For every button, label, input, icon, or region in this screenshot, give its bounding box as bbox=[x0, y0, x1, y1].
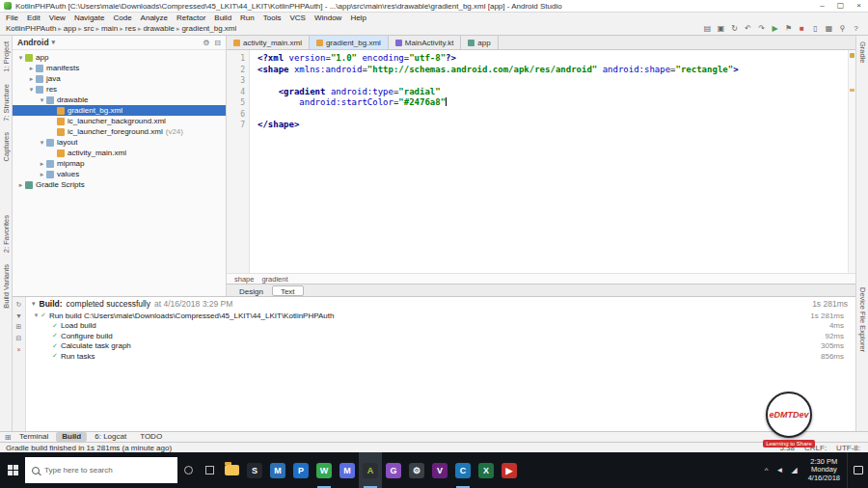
xml-breadcrumb-shape[interactable]: shape bbox=[234, 275, 254, 284]
tree-item-mipmap[interactable]: ▸mipmap bbox=[13, 158, 226, 169]
collapse-all-icon[interactable]: ⊟ bbox=[16, 335, 22, 342]
editor-tab-mainactivity-kt[interactable]: MainActivity.kt bbox=[389, 36, 462, 49]
stop-icon[interactable]: ■ bbox=[796, 24, 808, 33]
sdk-manager-icon[interactable]: ▦ bbox=[823, 24, 835, 33]
gallery-icon[interactable]: G bbox=[382, 452, 405, 488]
menu-item-edit[interactable]: Edit bbox=[27, 14, 41, 22]
close-button[interactable]: × bbox=[850, 0, 868, 12]
taskbar-search-input[interactable]: Type here to search bbox=[25, 457, 177, 483]
chevron-right-icon[interactable]: ▸ bbox=[16, 181, 25, 189]
expand-all-icon[interactable]: ⊞ bbox=[16, 323, 22, 331]
xml-breadcrumb-gradient[interactable]: gradient bbox=[261, 275, 287, 284]
build-row-configure-build[interactable]: ✓Configure build92ms bbox=[26, 331, 855, 341]
menu-item-refactor[interactable]: Refactor bbox=[176, 14, 205, 22]
menu-item-view[interactable]: View bbox=[49, 14, 66, 22]
close-icon[interactable]: × bbox=[16, 346, 20, 353]
tool-window-button-2-favorites[interactable]: 2: Favorites bbox=[2, 215, 11, 253]
editor-scrollbar[interactable] bbox=[848, 50, 855, 273]
chevron-down-icon[interactable]: ▾ bbox=[32, 300, 36, 308]
tree-item-layout[interactable]: ▾layout bbox=[13, 137, 226, 148]
tool-window-button-1-project[interactable]: 1: Project bbox=[2, 41, 11, 72]
chevron-down-icon[interactable]: ▾ bbox=[38, 139, 46, 147]
chevron-right-icon[interactable]: ▸ bbox=[27, 75, 36, 83]
chevron-down-icon[interactable]: ▾ bbox=[27, 86, 36, 94]
build-row-run-build-c-users-male-downloa[interactable]: ▾✓Run build C:\Users\male\Downloads\Comp… bbox=[26, 311, 855, 321]
undo-icon[interactable]: ↶ bbox=[742, 24, 754, 33]
chevron-right-icon[interactable]: ▸ bbox=[38, 160, 46, 168]
breadcrumb-item-main[interactable]: main bbox=[101, 24, 118, 33]
breadcrumb-item-app[interactable]: app bbox=[64, 24, 76, 33]
tool-window-button-7-structure[interactable]: 7: Structure bbox=[2, 84, 11, 122]
tool-window-button-device-file-explorer[interactable]: Device File Explorer bbox=[858, 287, 867, 352]
avd-manager-icon[interactable]: ▯ bbox=[809, 24, 822, 33]
menu-item-window[interactable]: Window bbox=[314, 14, 341, 22]
tool-window-tab-terminal[interactable]: Terminal bbox=[14, 432, 54, 442]
save-all-icon[interactable]: ▣ bbox=[715, 24, 727, 33]
microsoft-store-icon[interactable]: S bbox=[243, 452, 266, 488]
chevron-right-icon[interactable]: ▸ bbox=[27, 65, 36, 72]
status-message[interactable]: Gradle build finished in 1s 281ms (a min… bbox=[6, 444, 172, 452]
start-button[interactable] bbox=[0, 452, 25, 488]
breadcrumb-item-gradient-bg-xml[interactable]: gradient_bg.xml bbox=[181, 24, 236, 33]
code-editor-icon[interactable]: C bbox=[451, 452, 475, 488]
action-center-icon[interactable] bbox=[847, 452, 868, 488]
breadcrumb-item-drawable[interactable]: drawable bbox=[143, 24, 174, 33]
hidden-icons-chevron[interactable]: ^ bbox=[761, 466, 773, 474]
build-row-load-build[interactable]: ✓Load build4ms bbox=[26, 321, 855, 332]
photos-icon[interactable]: P bbox=[289, 452, 312, 488]
search-icon[interactable]: ⚲ bbox=[836, 24, 849, 33]
filter-icon[interactable]: ▼ bbox=[15, 312, 22, 319]
taskbar-clock[interactable]: 2:30 PM Monday 4/16/2018 bbox=[801, 458, 847, 483]
build-row-calculate-task-graph[interactable]: ✓Calculate task graph305ms bbox=[26, 341, 855, 352]
breadcrumb-item-src[interactable]: src bbox=[84, 24, 95, 33]
menu-item-run[interactable]: Run bbox=[240, 14, 255, 22]
mode-tab-text[interactable]: Text bbox=[272, 285, 304, 296]
cortana-icon[interactable] bbox=[177, 452, 199, 488]
chevron-right-icon[interactable]: ▸ bbox=[38, 171, 46, 178]
tree-item-drawable[interactable]: ▾drawable bbox=[13, 95, 226, 105]
messenger-icon[interactable]: M bbox=[336, 452, 359, 488]
excel-icon[interactable]: X bbox=[475, 452, 498, 488]
menu-item-navigate[interactable]: Navigate bbox=[74, 14, 105, 22]
tree-item-ic-launcher-background-xml[interactable]: ic_launcher_background.xml bbox=[13, 116, 226, 126]
breadcrumb-item-res[interactable]: res bbox=[125, 24, 136, 33]
tree-item-java[interactable]: ▸java bbox=[13, 73, 226, 84]
redo-icon[interactable]: ↷ bbox=[755, 24, 768, 33]
tree-item-ic-launcher-foreground-xml[interactable]: ic_launcher_foreground.xml(v24) bbox=[13, 126, 226, 137]
tool-window-button-captures[interactable]: Captures bbox=[2, 132, 11, 161]
whatsapp-icon[interactable]: W bbox=[312, 452, 336, 488]
chevron-down-icon[interactable]: ▾ bbox=[16, 54, 25, 62]
chevron-down-icon[interactable]: ▾ bbox=[38, 96, 46, 104]
volume-icon[interactable]: ◄ bbox=[773, 466, 788, 474]
tool-window-tab-6-logcat[interactable]: 6: Logcat bbox=[89, 432, 132, 442]
tree-item-res[interactable]: ▾res bbox=[13, 84, 226, 95]
tree-item-manifests[interactable]: ▸manifests bbox=[13, 63, 226, 73]
tree-item-app[interactable]: ▾app bbox=[13, 52, 226, 63]
editor-tab-gradient-bg-xml[interactable]: gradient_bg.xml bbox=[310, 36, 389, 49]
tool-window-button-gradle[interactable]: Gradle bbox=[858, 41, 867, 64]
editor-tab-app[interactable]: app bbox=[461, 36, 498, 49]
menu-item-analyze[interactable]: Analyze bbox=[141, 14, 168, 22]
mail-icon[interactable]: M bbox=[266, 452, 289, 488]
tool-window-button-build-variants[interactable]: Build Variants bbox=[2, 264, 11, 309]
menu-item-file[interactable]: File bbox=[6, 14, 18, 22]
status-item-utf-8[interactable]: UTF-8: bbox=[836, 444, 860, 452]
tree-item-activity-main-xml[interactable]: activity_main.xml bbox=[13, 148, 226, 158]
minimize-button[interactable]: – bbox=[813, 0, 831, 12]
sync-icon[interactable]: ↻ bbox=[728, 24, 741, 33]
menu-item-vcs[interactable]: VCS bbox=[289, 14, 305, 22]
tool-window-tab-todo[interactable]: TODO bbox=[134, 432, 168, 442]
code-editor[interactable]: 1234567 <?xml version="1.0" encoding="ut… bbox=[227, 50, 855, 273]
chevron-down-icon[interactable]: ▾ bbox=[32, 312, 41, 319]
collapse-all-icon[interactable]: ⊟ bbox=[214, 39, 221, 47]
help-icon[interactable]: ? bbox=[850, 24, 862, 33]
tree-item-values[interactable]: ▸values bbox=[13, 169, 226, 179]
menu-item-code[interactable]: Code bbox=[113, 14, 131, 22]
open-file-icon[interactable]: ▤ bbox=[701, 24, 714, 33]
code-area[interactable]: <?xml version="1.0" encoding="utf-8"?><s… bbox=[250, 50, 855, 273]
settings-icon[interactable]: ⚙ bbox=[203, 39, 209, 47]
run-icon[interactable]: ▶ bbox=[769, 24, 781, 33]
build-row-run-tasks[interactable]: ✓Run tasks856ms bbox=[26, 351, 855, 362]
project-view-selector[interactable]: Android ▾ bbox=[17, 38, 55, 47]
menu-item-help[interactable]: Help bbox=[350, 14, 366, 22]
